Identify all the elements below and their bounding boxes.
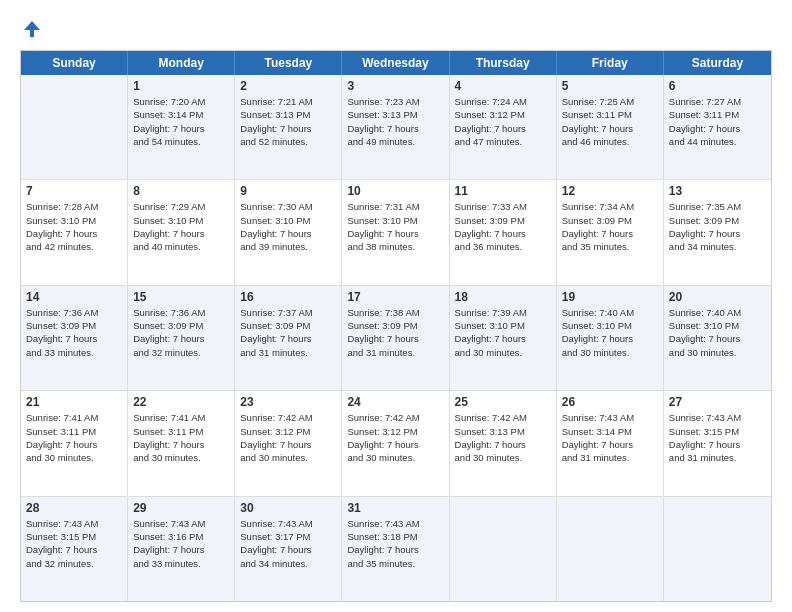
calendar-body: 1Sunrise: 7:20 AM Sunset: 3:14 PM Daylig…	[21, 75, 771, 601]
day-number: 12	[562, 184, 658, 198]
day-number: 14	[26, 290, 122, 304]
cell-info: Sunrise: 7:21 AM Sunset: 3:13 PM Dayligh…	[240, 95, 336, 148]
cell-info: Sunrise: 7:43 AM Sunset: 3:18 PM Dayligh…	[347, 517, 443, 570]
cell-info: Sunrise: 7:31 AM Sunset: 3:10 PM Dayligh…	[347, 200, 443, 253]
cell-info: Sunrise: 7:35 AM Sunset: 3:09 PM Dayligh…	[669, 200, 766, 253]
calendar-cell: 20Sunrise: 7:40 AM Sunset: 3:10 PM Dayli…	[664, 286, 771, 390]
day-number: 4	[455, 79, 551, 93]
day-number: 15	[133, 290, 229, 304]
logo-icon	[20, 18, 42, 40]
cell-info: Sunrise: 7:20 AM Sunset: 3:14 PM Dayligh…	[133, 95, 229, 148]
calendar-cell: 28Sunrise: 7:43 AM Sunset: 3:15 PM Dayli…	[21, 497, 128, 601]
day-number: 3	[347, 79, 443, 93]
page: SundayMondayTuesdayWednesdayThursdayFrid…	[0, 0, 792, 612]
calendar-cell: 3Sunrise: 7:23 AM Sunset: 3:13 PM Daylig…	[342, 75, 449, 179]
calendar-row: 21Sunrise: 7:41 AM Sunset: 3:11 PM Dayli…	[21, 391, 771, 496]
cell-info: Sunrise: 7:36 AM Sunset: 3:09 PM Dayligh…	[133, 306, 229, 359]
calendar-row: 14Sunrise: 7:36 AM Sunset: 3:09 PM Dayli…	[21, 286, 771, 391]
cell-info: Sunrise: 7:43 AM Sunset: 3:16 PM Dayligh…	[133, 517, 229, 570]
calendar-cell	[557, 497, 664, 601]
calendar-cell: 24Sunrise: 7:42 AM Sunset: 3:12 PM Dayli…	[342, 391, 449, 495]
day-number: 23	[240, 395, 336, 409]
day-number: 10	[347, 184, 443, 198]
day-number: 28	[26, 501, 122, 515]
calendar-header: SundayMondayTuesdayWednesdayThursdayFrid…	[21, 51, 771, 75]
calendar-cell: 23Sunrise: 7:42 AM Sunset: 3:12 PM Dayli…	[235, 391, 342, 495]
day-number: 29	[133, 501, 229, 515]
day-number: 9	[240, 184, 336, 198]
calendar-cell: 4Sunrise: 7:24 AM Sunset: 3:12 PM Daylig…	[450, 75, 557, 179]
calendar-cell: 25Sunrise: 7:42 AM Sunset: 3:13 PM Dayli…	[450, 391, 557, 495]
cell-info: Sunrise: 7:43 AM Sunset: 3:17 PM Dayligh…	[240, 517, 336, 570]
cell-info: Sunrise: 7:37 AM Sunset: 3:09 PM Dayligh…	[240, 306, 336, 359]
day-number: 17	[347, 290, 443, 304]
day-number: 16	[240, 290, 336, 304]
day-number: 26	[562, 395, 658, 409]
day-number: 1	[133, 79, 229, 93]
day-number: 19	[562, 290, 658, 304]
cell-info: Sunrise: 7:38 AM Sunset: 3:09 PM Dayligh…	[347, 306, 443, 359]
calendar-cell: 30Sunrise: 7:43 AM Sunset: 3:17 PM Dayli…	[235, 497, 342, 601]
calendar-cell: 15Sunrise: 7:36 AM Sunset: 3:09 PM Dayli…	[128, 286, 235, 390]
day-number: 22	[133, 395, 229, 409]
weekday-header: Sunday	[21, 51, 128, 75]
cell-info: Sunrise: 7:40 AM Sunset: 3:10 PM Dayligh…	[669, 306, 766, 359]
calendar-cell: 26Sunrise: 7:43 AM Sunset: 3:14 PM Dayli…	[557, 391, 664, 495]
day-number: 20	[669, 290, 766, 304]
cell-info: Sunrise: 7:43 AM Sunset: 3:15 PM Dayligh…	[26, 517, 122, 570]
day-number: 8	[133, 184, 229, 198]
cell-info: Sunrise: 7:23 AM Sunset: 3:13 PM Dayligh…	[347, 95, 443, 148]
calendar-cell: 9Sunrise: 7:30 AM Sunset: 3:10 PM Daylig…	[235, 180, 342, 284]
cell-info: Sunrise: 7:42 AM Sunset: 3:13 PM Dayligh…	[455, 411, 551, 464]
calendar-cell: 6Sunrise: 7:27 AM Sunset: 3:11 PM Daylig…	[664, 75, 771, 179]
calendar-cell: 12Sunrise: 7:34 AM Sunset: 3:09 PM Dayli…	[557, 180, 664, 284]
day-number: 18	[455, 290, 551, 304]
cell-info: Sunrise: 7:42 AM Sunset: 3:12 PM Dayligh…	[347, 411, 443, 464]
cell-info: Sunrise: 7:28 AM Sunset: 3:10 PM Dayligh…	[26, 200, 122, 253]
day-number: 25	[455, 395, 551, 409]
day-number: 30	[240, 501, 336, 515]
calendar-cell: 29Sunrise: 7:43 AM Sunset: 3:16 PM Dayli…	[128, 497, 235, 601]
cell-info: Sunrise: 7:39 AM Sunset: 3:10 PM Dayligh…	[455, 306, 551, 359]
cell-info: Sunrise: 7:40 AM Sunset: 3:10 PM Dayligh…	[562, 306, 658, 359]
day-number: 7	[26, 184, 122, 198]
calendar-row: 28Sunrise: 7:43 AM Sunset: 3:15 PM Dayli…	[21, 497, 771, 601]
calendar-cell: 16Sunrise: 7:37 AM Sunset: 3:09 PM Dayli…	[235, 286, 342, 390]
weekday-header: Monday	[128, 51, 235, 75]
cell-info: Sunrise: 7:27 AM Sunset: 3:11 PM Dayligh…	[669, 95, 766, 148]
calendar-cell: 31Sunrise: 7:43 AM Sunset: 3:18 PM Dayli…	[342, 497, 449, 601]
cell-info: Sunrise: 7:41 AM Sunset: 3:11 PM Dayligh…	[133, 411, 229, 464]
weekday-header: Friday	[557, 51, 664, 75]
cell-info: Sunrise: 7:43 AM Sunset: 3:15 PM Dayligh…	[669, 411, 766, 464]
calendar-cell: 14Sunrise: 7:36 AM Sunset: 3:09 PM Dayli…	[21, 286, 128, 390]
calendar-row: 1Sunrise: 7:20 AM Sunset: 3:14 PM Daylig…	[21, 75, 771, 180]
day-number: 31	[347, 501, 443, 515]
day-number: 13	[669, 184, 766, 198]
day-number: 6	[669, 79, 766, 93]
calendar-row: 7Sunrise: 7:28 AM Sunset: 3:10 PM Daylig…	[21, 180, 771, 285]
cell-info: Sunrise: 7:25 AM Sunset: 3:11 PM Dayligh…	[562, 95, 658, 148]
svg-marker-0	[24, 21, 40, 37]
calendar: SundayMondayTuesdayWednesdayThursdayFrid…	[20, 50, 772, 602]
calendar-cell	[450, 497, 557, 601]
cell-info: Sunrise: 7:29 AM Sunset: 3:10 PM Dayligh…	[133, 200, 229, 253]
calendar-cell: 22Sunrise: 7:41 AM Sunset: 3:11 PM Dayli…	[128, 391, 235, 495]
calendar-cell: 19Sunrise: 7:40 AM Sunset: 3:10 PM Dayli…	[557, 286, 664, 390]
weekday-header: Wednesday	[342, 51, 449, 75]
cell-info: Sunrise: 7:33 AM Sunset: 3:09 PM Dayligh…	[455, 200, 551, 253]
day-number: 5	[562, 79, 658, 93]
cell-info: Sunrise: 7:24 AM Sunset: 3:12 PM Dayligh…	[455, 95, 551, 148]
calendar-cell	[21, 75, 128, 179]
calendar-cell: 5Sunrise: 7:25 AM Sunset: 3:11 PM Daylig…	[557, 75, 664, 179]
cell-info: Sunrise: 7:36 AM Sunset: 3:09 PM Dayligh…	[26, 306, 122, 359]
weekday-header: Thursday	[450, 51, 557, 75]
header	[20, 18, 772, 40]
day-number: 2	[240, 79, 336, 93]
calendar-cell: 13Sunrise: 7:35 AM Sunset: 3:09 PM Dayli…	[664, 180, 771, 284]
cell-info: Sunrise: 7:34 AM Sunset: 3:09 PM Dayligh…	[562, 200, 658, 253]
weekday-header: Saturday	[664, 51, 771, 75]
calendar-cell	[664, 497, 771, 601]
calendar-cell: 10Sunrise: 7:31 AM Sunset: 3:10 PM Dayli…	[342, 180, 449, 284]
calendar-cell: 11Sunrise: 7:33 AM Sunset: 3:09 PM Dayli…	[450, 180, 557, 284]
day-number: 21	[26, 395, 122, 409]
